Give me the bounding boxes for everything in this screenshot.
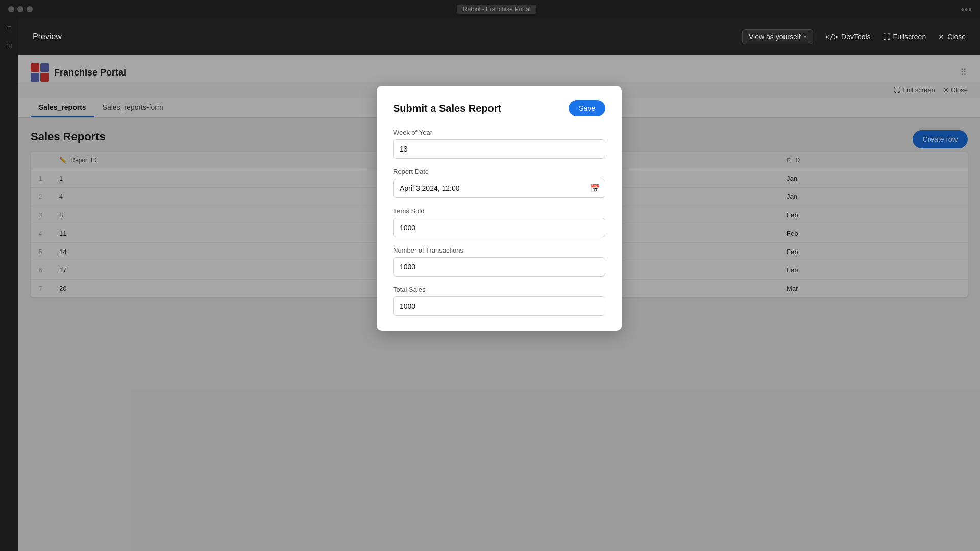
window-controls	[8, 6, 33, 12]
modal-save-button[interactable]: Save	[569, 100, 605, 116]
week-of-year-label: Week of Year	[393, 129, 605, 136]
dot-yellow	[17, 6, 23, 12]
top-bar-extra: ●●●	[961, 6, 972, 13]
top-bar-right: ●●●	[961, 6, 972, 13]
dot-red	[8, 6, 14, 12]
code-icon: </>	[825, 33, 838, 41]
sidebar-icon-1[interactable]: ≡	[0, 18, 18, 37]
modal-overlay: Submit a Sales Report Save Week of Year …	[18, 55, 980, 551]
preview-label: Preview	[33, 32, 62, 41]
items-sold-label: Items Sold	[393, 207, 605, 215]
dot-green	[27, 6, 33, 12]
close-label: Close	[947, 33, 966, 41]
items-sold-input[interactable]	[393, 218, 605, 237]
report-date-input[interactable]	[393, 179, 605, 198]
view-as-label: View as yourself	[749, 33, 801, 41]
total-sales-label: Total Sales	[393, 286, 605, 293]
num-transactions-label: Number of Transactions	[393, 246, 605, 254]
close-icon: ✕	[938, 33, 944, 41]
week-of-year-input[interactable]	[393, 139, 605, 159]
top-bar: Retool - Franchise Portal ●●●	[0, 0, 980, 18]
sidebar-icon-2[interactable]: ⊞	[0, 37, 18, 55]
fullscreen-icon: ⛶	[883, 33, 890, 41]
date-input-wrap: 📅	[393, 179, 605, 198]
submit-sales-report-modal: Submit a Sales Report Save Week of Year …	[377, 86, 622, 331]
devtools-label: DevTools	[841, 33, 871, 41]
modal-title: Submit a Sales Report	[393, 103, 501, 114]
items-sold-group: Items Sold	[393, 207, 605, 237]
chevron-down-icon: ▾	[804, 34, 806, 39]
preview-actions: View as yourself ▾ </> DevTools ⛶ Fullsc…	[742, 29, 966, 44]
top-bar-center: Retool - Franchise Portal	[33, 5, 961, 14]
report-date-label: Report Date	[393, 168, 605, 176]
num-transactions-input[interactable]	[393, 257, 605, 277]
window-title: Retool - Franchise Portal	[457, 5, 537, 14]
calendar-icon[interactable]: 📅	[590, 184, 600, 193]
devtools-button[interactable]: </> DevTools	[825, 33, 871, 41]
report-date-group: Report Date 📅	[393, 168, 605, 198]
view-as-button[interactable]: View as yourself ▾	[742, 29, 813, 44]
left-sidebar: ≡ ⊞	[0, 18, 18, 551]
app-area: Franchise Portal ⠿ ⛶ Full screen ✕ Close…	[18, 55, 980, 551]
total-sales-input[interactable]	[393, 296, 605, 316]
modal-header: Submit a Sales Report Save	[393, 100, 605, 116]
fullscreen-label: Fullscreen	[893, 33, 926, 41]
preview-bar: Preview View as yourself ▾ </> DevTools …	[18, 18, 980, 55]
week-of-year-group: Week of Year	[393, 129, 605, 159]
fullscreen-button[interactable]: ⛶ Fullscreen	[883, 33, 926, 41]
total-sales-group: Total Sales	[393, 286, 605, 316]
num-transactions-group: Number of Transactions	[393, 246, 605, 277]
close-preview-button[interactable]: ✕ Close	[938, 33, 966, 41]
